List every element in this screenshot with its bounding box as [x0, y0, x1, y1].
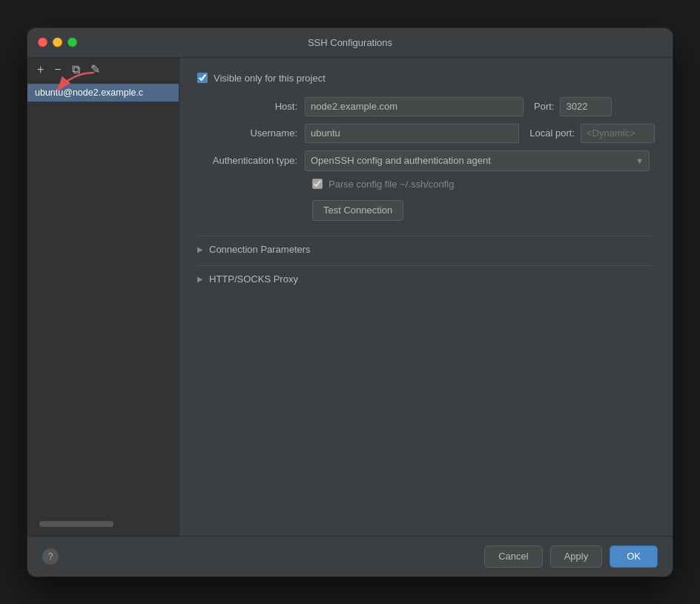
traffic-lights	[38, 38, 77, 47]
username-row: Username: Local port:	[197, 124, 655, 143]
sidebar-scrollbar-area	[27, 515, 179, 536]
edit-config-button[interactable]: ✎	[87, 62, 104, 77]
local-port-input[interactable]	[581, 124, 655, 143]
http-socks-proxy-section[interactable]: ▶ HTTP/SOCKS Proxy	[197, 265, 655, 292]
port-label: Port:	[534, 101, 554, 112]
chevron-right-icon-2: ▶	[197, 275, 203, 283]
chevron-right-icon: ▶	[197, 245, 203, 253]
sidebar-item-ubuntu-node2[interactable]: ubuntu@node2.example.c	[27, 84, 179, 102]
auth-select-wrapper: OpenSSH config and authentication agent …	[305, 150, 650, 171]
connection-parameters-label: Connection Parameters	[209, 244, 311, 255]
parse-config-label: Parse config file ~/.ssh/config	[328, 179, 454, 190]
apply-button[interactable]: Apply	[550, 545, 603, 568]
test-connection-button[interactable]: Test Connection	[312, 200, 403, 221]
host-input[interactable]	[305, 97, 524, 116]
username-input[interactable]	[305, 124, 519, 143]
title-bar: SSH Configurations	[27, 28, 673, 58]
visible-only-row: Visible only for this project	[197, 73, 655, 84]
test-connection-row: Test Connection	[312, 200, 655, 221]
dialog-footer: ? Cancel Apply OK	[27, 536, 673, 577]
parse-config-row: Parse config file ~/.ssh/config	[312, 179, 655, 190]
port-input[interactable]	[560, 97, 612, 116]
host-label: Host:	[197, 101, 305, 112]
cancel-button[interactable]: Cancel	[484, 545, 542, 568]
dialog-body: + − ⧉ ✎ ubuntu@node2.example.c Vi	[27, 58, 673, 536]
auth-type-label: Authentication type:	[197, 155, 305, 166]
add-config-button[interactable]: +	[33, 62, 47, 77]
sidebar-list: ubuntu@node2.example.c	[27, 82, 179, 515]
main-content: Visible only for this project Host: Port…	[179, 58, 673, 536]
http-socks-proxy-label: HTTP/SOCKS Proxy	[209, 273, 298, 285]
username-label: Username:	[197, 127, 305, 139]
parse-config-checkbox[interactable]	[312, 179, 323, 189]
sidebar: + − ⧉ ✎ ubuntu@node2.example.c	[27, 58, 179, 536]
dialog-title: SSH Configurations	[308, 37, 392, 48]
close-button[interactable]	[38, 38, 47, 47]
maximize-button[interactable]	[67, 38, 77, 47]
auth-type-select[interactable]: OpenSSH config and authentication agent …	[305, 150, 650, 171]
host-row: Host: Port:	[197, 97, 655, 116]
help-button[interactable]: ?	[42, 548, 59, 565]
remove-config-button[interactable]: −	[50, 62, 65, 77]
visible-only-label: Visible only for this project	[214, 73, 326, 84]
visible-only-checkbox[interactable]	[197, 73, 208, 83]
sidebar-scrollbar[interactable]	[39, 521, 113, 527]
connection-parameters-section[interactable]: ▶ Connection Parameters	[197, 236, 655, 262]
sidebar-toolbar: + − ⧉ ✎	[27, 58, 179, 82]
ok-button[interactable]: OK	[610, 545, 658, 568]
auth-type-row: Authentication type: OpenSSH config and …	[197, 150, 655, 171]
minimize-button[interactable]	[53, 38, 62, 47]
local-port-label: Local port:	[529, 127, 575, 139]
copy-config-button[interactable]: ⧉	[68, 62, 84, 77]
